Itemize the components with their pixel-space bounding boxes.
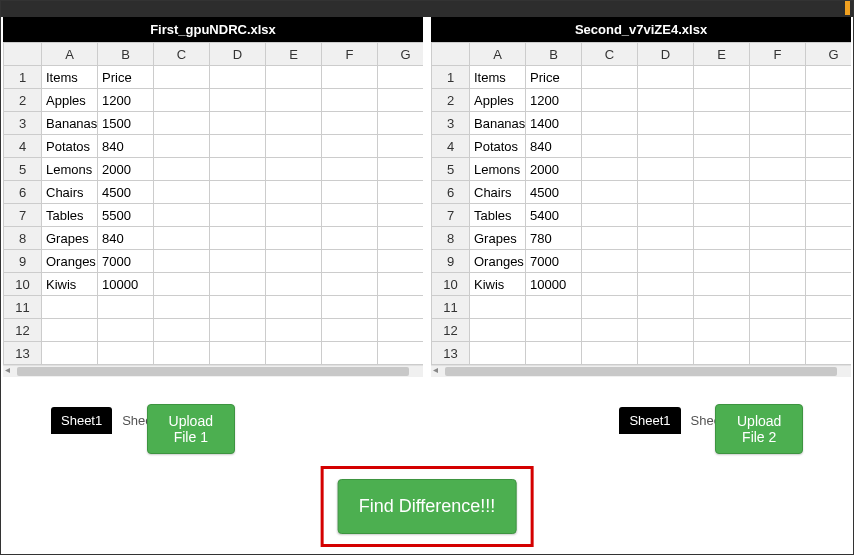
cell[interactable] — [806, 250, 852, 273]
cell[interactable] — [694, 181, 750, 204]
cell[interactable] — [322, 204, 378, 227]
cell[interactable] — [322, 135, 378, 158]
cell[interactable]: 1500 — [98, 112, 154, 135]
cell[interactable]: 4500 — [98, 181, 154, 204]
col-header[interactable]: C — [154, 43, 210, 66]
row-header[interactable]: 5 — [432, 158, 470, 181]
row-header[interactable]: 5 — [4, 158, 42, 181]
cell[interactable] — [266, 296, 322, 319]
cell[interactable] — [526, 342, 582, 365]
cell[interactable] — [750, 250, 806, 273]
cell[interactable] — [694, 135, 750, 158]
cell[interactable] — [694, 227, 750, 250]
cell[interactable] — [266, 89, 322, 112]
cell[interactable] — [470, 296, 526, 319]
row-header[interactable]: 4 — [4, 135, 42, 158]
cell[interactable] — [98, 319, 154, 342]
col-header[interactable]: G — [806, 43, 852, 66]
cell[interactable] — [582, 66, 638, 89]
cell[interactable] — [806, 112, 852, 135]
cell[interactable] — [378, 135, 424, 158]
cell[interactable] — [322, 158, 378, 181]
cell[interactable] — [266, 319, 322, 342]
cell[interactable] — [750, 181, 806, 204]
cell[interactable] — [154, 135, 210, 158]
row-header[interactable]: 1 — [432, 66, 470, 89]
cell[interactable] — [638, 135, 694, 158]
cell[interactable] — [378, 66, 424, 89]
cell[interactable]: Grapes — [470, 227, 526, 250]
cell[interactable] — [42, 296, 98, 319]
cell[interactable]: 5500 — [98, 204, 154, 227]
cell[interactable] — [266, 273, 322, 296]
cell[interactable] — [210, 158, 266, 181]
row-header[interactable]: 12 — [432, 319, 470, 342]
cell[interactable] — [266, 204, 322, 227]
cell[interactable] — [582, 342, 638, 365]
cell[interactable]: Grapes — [42, 227, 98, 250]
cell[interactable] — [210, 135, 266, 158]
row-header[interactable]: 13 — [432, 342, 470, 365]
cell[interactable] — [582, 204, 638, 227]
cell[interactable] — [526, 296, 582, 319]
sheet-tab[interactable]: Sheet1 — [619, 407, 680, 434]
cell[interactable] — [322, 296, 378, 319]
cell[interactable]: 4500 — [526, 181, 582, 204]
cell[interactable] — [470, 319, 526, 342]
cell[interactable] — [378, 319, 424, 342]
cell[interactable] — [470, 342, 526, 365]
cell[interactable] — [638, 273, 694, 296]
cell[interactable]: 780 — [526, 227, 582, 250]
cell[interactable] — [694, 296, 750, 319]
cell[interactable] — [266, 227, 322, 250]
cell[interactable] — [638, 204, 694, 227]
cell[interactable]: 7000 — [526, 250, 582, 273]
row-header[interactable]: 6 — [4, 181, 42, 204]
corner-cell[interactable] — [4, 43, 42, 66]
cell[interactable] — [154, 204, 210, 227]
cell[interactable] — [154, 250, 210, 273]
cell[interactable] — [322, 342, 378, 365]
cell[interactable] — [154, 273, 210, 296]
cell[interactable]: Potatos — [42, 135, 98, 158]
col-header[interactable]: G — [378, 43, 424, 66]
cell[interactable] — [210, 181, 266, 204]
cell[interactable] — [694, 319, 750, 342]
cell[interactable]: Chairs — [42, 181, 98, 204]
cell[interactable]: Items — [42, 66, 98, 89]
workbook-left-grid[interactable]: A B C D E F G 1ItemsPrice2Apples12003Ban… — [3, 42, 423, 377]
cell[interactable] — [154, 296, 210, 319]
cell[interactable] — [806, 319, 852, 342]
cell[interactable] — [266, 250, 322, 273]
row-header[interactable]: 10 — [432, 273, 470, 296]
row-header[interactable]: 2 — [4, 89, 42, 112]
col-header[interactable]: F — [322, 43, 378, 66]
cell[interactable]: Price — [526, 66, 582, 89]
row-header[interactable]: 12 — [4, 319, 42, 342]
cell[interactable]: Oranges — [42, 250, 98, 273]
workbook-right-grid[interactable]: A B C D E F G 1ItemsPrice2Apples12003Ban… — [431, 42, 851, 377]
cell[interactable] — [806, 296, 852, 319]
cell[interactable] — [750, 227, 806, 250]
cell[interactable] — [526, 319, 582, 342]
cell[interactable] — [266, 112, 322, 135]
cell[interactable] — [210, 204, 266, 227]
cell[interactable] — [638, 250, 694, 273]
cell[interactable] — [98, 342, 154, 365]
cell[interactable] — [322, 112, 378, 135]
cell[interactable] — [154, 181, 210, 204]
cell[interactable]: 10000 — [98, 273, 154, 296]
cell[interactable] — [266, 158, 322, 181]
cell[interactable]: 1200 — [526, 89, 582, 112]
row-header[interactable]: 9 — [432, 250, 470, 273]
row-header[interactable]: 7 — [432, 204, 470, 227]
cell[interactable]: Chairs — [470, 181, 526, 204]
cell[interactable] — [154, 89, 210, 112]
cell[interactable] — [322, 181, 378, 204]
cell[interactable] — [154, 158, 210, 181]
cell[interactable] — [750, 204, 806, 227]
cell[interactable]: 5400 — [526, 204, 582, 227]
col-header[interactable]: D — [210, 43, 266, 66]
cell[interactable] — [750, 273, 806, 296]
col-header[interactable]: F — [750, 43, 806, 66]
